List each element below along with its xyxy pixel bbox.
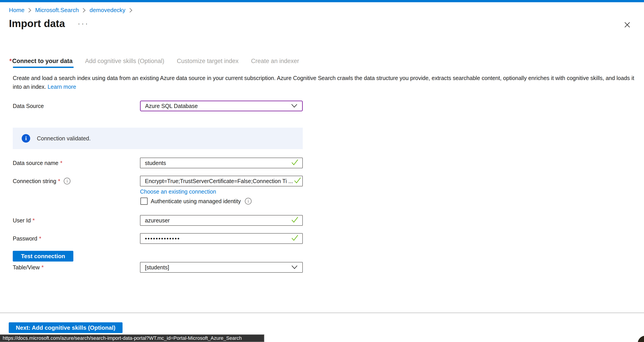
- table-view-label: Table/View: [13, 264, 40, 271]
- field-row-password: Password * •••••••••••••: [13, 233, 303, 244]
- banner-text: Connection validated.: [37, 135, 90, 142]
- managed-identity-label: Authenticate using managed identity: [151, 198, 241, 204]
- required-marker: *: [58, 178, 60, 184]
- description-text: Create and load a search index using dat…: [13, 75, 634, 90]
- data-source-name-input[interactable]: students: [140, 158, 303, 168]
- choose-existing-connection-link[interactable]: Choose an existing connection: [140, 188, 216, 195]
- connection-string-label: Connection string: [13, 178, 56, 184]
- info-tooltip-icon[interactable]: i: [64, 178, 70, 184]
- data-source-value: Azure SQL Database: [145, 103, 198, 109]
- data-source-name-value: students: [145, 160, 166, 166]
- info-tooltip-icon[interactable]: i: [245, 198, 252, 204]
- field-row-connection-string: Connection string * i Encrypt=True;Trust…: [13, 176, 303, 186]
- tab-connect-to-your-data[interactable]: *Connect to your data: [10, 56, 73, 66]
- connection-string-value: Encrypt=True;TrustServerCertificate=Fals…: [145, 178, 293, 184]
- chevron-right-icon: [28, 8, 32, 13]
- tab-customize-target-index[interactable]: Customize target index: [177, 56, 238, 66]
- data-source-label: Data Source: [13, 103, 44, 109]
- link-status-tooltip: https://docs.microsoft.com/azure/search/…: [0, 334, 264, 342]
- next-step-button[interactable]: Next: Add cognitive skills (Optional): [9, 322, 122, 333]
- page-title: Import data: [9, 18, 65, 30]
- valid-check-icon: [291, 234, 299, 242]
- footer-divider: [0, 312, 644, 313]
- user-id-value: azureuser: [145, 217, 170, 224]
- cursor-artifact: [638, 336, 644, 342]
- test-connection-button[interactable]: Test connection: [13, 251, 73, 262]
- required-marker: *: [60, 160, 62, 166]
- connection-string-input[interactable]: Encrypt=True;TrustServerCertificate=Fals…: [140, 176, 303, 186]
- valid-check-icon: [294, 177, 302, 185]
- field-row-data-source-name: Data source name * students: [13, 158, 303, 168]
- top-accent-bar: [0, 0, 644, 2]
- valid-check-icon: [291, 159, 299, 167]
- password-label: Password: [13, 236, 37, 242]
- breadcrumb-home[interactable]: Home: [9, 7, 24, 14]
- password-value: •••••••••••••: [145, 235, 180, 242]
- chevron-right-icon: [129, 8, 132, 13]
- tab-label: Customize target index: [177, 58, 238, 64]
- data-source-name-label: Data source name: [13, 160, 58, 166]
- user-id-input[interactable]: azureuser: [140, 215, 303, 226]
- data-source-select[interactable]: Azure SQL Database: [140, 100, 303, 111]
- breadcrumb: Home Microsoft.Search demovedecky: [9, 7, 136, 14]
- tab-label: Connect to your data: [12, 58, 73, 64]
- close-icon[interactable]: [623, 20, 632, 29]
- required-marker: *: [41, 264, 44, 271]
- status-url: https://docs.microsoft.com/azure/search/…: [3, 335, 242, 341]
- tab-label: Create an indexer: [251, 58, 299, 64]
- table-view-value: [students]: [145, 264, 169, 271]
- page-description: Create and load a search index using dat…: [13, 74, 634, 91]
- field-row-user-id: User Id * azureuser: [13, 215, 303, 226]
- user-id-label: User Id: [13, 217, 31, 224]
- more-options-icon[interactable]: ···: [78, 20, 89, 27]
- required-marker: *: [33, 217, 35, 224]
- tab-create-an-indexer[interactable]: Create an indexer: [251, 56, 299, 66]
- table-view-select[interactable]: [students]: [140, 262, 303, 273]
- managed-identity-row: Authenticate using managed identity i: [140, 198, 252, 205]
- learn-more-link[interactable]: Learn more: [48, 84, 76, 90]
- chevron-down-icon: [291, 103, 298, 109]
- field-row-table-view: Table/View * [students]: [13, 262, 303, 273]
- tab-add-cognitive-skills[interactable]: Add cognitive skills (Optional): [85, 56, 164, 66]
- tab-label: Add cognitive skills (Optional): [85, 58, 164, 64]
- required-marker: *: [10, 58, 12, 64]
- chevron-down-icon: [291, 264, 298, 271]
- password-input[interactable]: •••••••••••••: [140, 233, 303, 244]
- managed-identity-checkbox[interactable]: [140, 198, 148, 205]
- wizard-tabs: *Connect to your data Add cognitive skil…: [10, 56, 312, 66]
- breadcrumb-demovedecky[interactable]: demovedecky: [90, 7, 125, 14]
- valid-check-icon: [291, 216, 299, 224]
- chevron-right-icon: [82, 8, 86, 13]
- breadcrumb-microsoft-search[interactable]: Microsoft.Search: [35, 7, 79, 14]
- required-marker: *: [39, 236, 41, 242]
- connection-validated-banner: i Connection validated.: [13, 128, 303, 149]
- info-icon: i: [22, 134, 30, 142]
- field-row-data-source: Data Source Azure SQL Database: [13, 100, 303, 111]
